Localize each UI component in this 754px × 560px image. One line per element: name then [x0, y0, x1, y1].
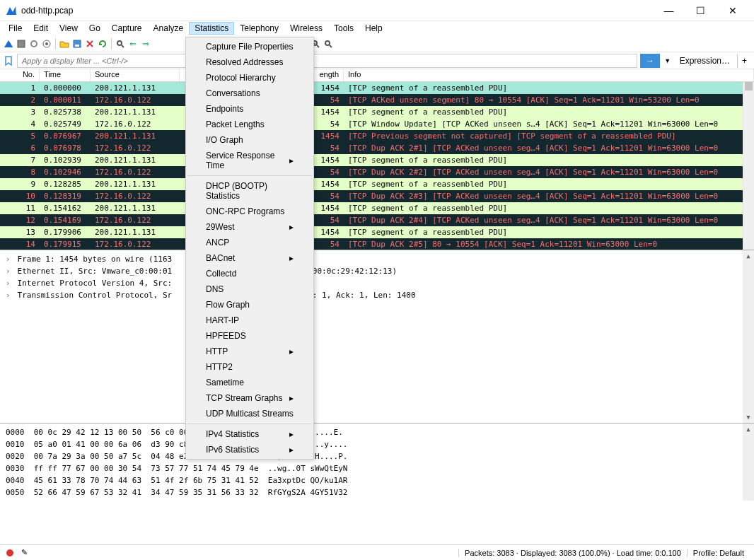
- menu-telephony[interactable]: Telephony: [234, 22, 284, 35]
- column-time[interactable]: Time: [40, 69, 91, 81]
- packet-row[interactable]: 10.000000200.121.1.1311454[TCP segment o…: [0, 82, 754, 94]
- close-button[interactable]: ✕: [717, 1, 748, 21]
- bytes-line[interactable]: 0050 52 66 47 59 67 53 32 41 34 47 59 35…: [6, 486, 748, 498]
- menu-item[interactable]: IPv6 Statistics▸: [186, 442, 313, 457]
- packet-row[interactable]: 40.025749172.16.0.12254[TCP Window Updat…: [0, 118, 754, 130]
- bytes-line[interactable]: 0030 ff ff 77 67 00 00 30 54 73 57 77 51…: [6, 462, 748, 474]
- packet-row[interactable]: 20.000011172.16.0.12254[TCP ACKed unseen…: [0, 94, 754, 106]
- menu-capture[interactable]: Capture: [106, 22, 148, 35]
- bytes-line[interactable]: 0040 45 61 33 78 70 74 44 63 51 4f 2f 6b…: [6, 474, 748, 486]
- menu-item[interactable]: Collectd: [186, 266, 313, 281]
- stop-icon[interactable]: [16, 38, 27, 49]
- details-scrollbar[interactable]: ▲▼: [743, 250, 754, 423]
- expand-icon[interactable]: ›: [6, 253, 13, 265]
- menu-item[interactable]: 29West▸: [186, 219, 313, 235]
- menu-item[interactable]: IPv4 Statistics▸: [186, 426, 313, 442]
- zoom-out-icon[interactable]: [323, 38, 334, 49]
- edit-icon[interactable]: ✎: [18, 547, 30, 559]
- expand-icon[interactable]: ›: [6, 265, 13, 277]
- menu-item[interactable]: Endpoints: [186, 101, 313, 117]
- packet-details-pane[interactable]: ▲▼ › Frame 1: 1454 bytes on wire (1163 (…: [0, 250, 754, 423]
- bytes-line[interactable]: 0020 00 7a 29 3a 00 50 a7 5c 04 48 e2 e2…: [6, 450, 748, 462]
- column-length[interactable]: ength: [314, 69, 344, 81]
- menu-item[interactable]: ONC-RPC Programs: [186, 204, 313, 219]
- packet-list-scrollbar[interactable]: [743, 82, 754, 250]
- menu-go[interactable]: Go: [83, 22, 106, 35]
- expert-info-icon[interactable]: [4, 547, 16, 559]
- packet-row[interactable]: 30.025738200.121.1.1311454[TCP segment o…: [0, 106, 754, 118]
- packet-row[interactable]: 80.102946172.16.0.12254[TCP Dup ACK 2#2]…: [0, 166, 754, 178]
- packet-row[interactable]: 90.128285200.121.1.1311454[TCP segment o…: [0, 178, 754, 190]
- maximize-button[interactable]: ☐: [685, 1, 717, 21]
- close-file-icon[interactable]: [84, 38, 95, 49]
- detail-line[interactable]: › Transmission Control Protocol, Sr ort:…: [6, 289, 748, 301]
- expression-button[interactable]: Expression…: [675, 54, 734, 68]
- status-profile[interactable]: Profile: Default: [687, 549, 750, 557]
- column-no[interactable]: No.: [0, 69, 40, 81]
- menu-help[interactable]: Help: [359, 22, 388, 35]
- packet-row[interactable]: 130.179906200.121.1.1311454[TCP segment …: [0, 226, 754, 238]
- menu-item[interactable]: Protocol Hierarchy: [186, 70, 313, 86]
- menu-item[interactable]: Service Response Time▸: [186, 148, 313, 173]
- packet-row[interactable]: 140.179915172.16.0.12254[TCP Dup ACK 2#5…: [0, 238, 754, 250]
- packet-row[interactable]: 110.154162200.121.1.1311454[TCP segment …: [0, 202, 754, 214]
- menu-item[interactable]: Conversations: [186, 86, 313, 101]
- restart-icon[interactable]: [28, 38, 40, 49]
- packet-row[interactable]: 70.102939200.121.1.1311454[TCP segment o…: [0, 154, 754, 166]
- menu-item[interactable]: HART-IP: [186, 313, 313, 328]
- menu-item[interactable]: Packet Lengths: [186, 117, 313, 132]
- expand-icon[interactable]: ›: [6, 289, 13, 301]
- menu-item[interactable]: Resolved Addresses: [186, 54, 313, 70]
- menu-item[interactable]: HTTP2: [186, 359, 313, 375]
- menu-edit[interactable]: Edit: [28, 22, 54, 35]
- packet-row[interactable]: 100.128319172.16.0.12254[TCP Dup ACK 2#3…: [0, 190, 754, 202]
- menu-item[interactable]: UDP Multicast Streams: [186, 406, 313, 421]
- menu-item[interactable]: Sametime: [186, 375, 313, 390]
- minimize-button[interactable]: —: [653, 1, 685, 21]
- filter-history-dropdown[interactable]: ▼: [663, 54, 673, 68]
- menu-item[interactable]: Capture File Properties: [186, 39, 313, 54]
- options-icon[interactable]: [41, 38, 52, 49]
- menu-item[interactable]: Flow Graph: [186, 297, 313, 313]
- statistics-menu[interactable]: Capture File PropertiesResolved Addresse…: [185, 37, 314, 460]
- menu-analyze[interactable]: Analyze: [148, 22, 190, 35]
- menu-item[interactable]: I/O Graph: [186, 132, 313, 148]
- detail-line[interactable]: › Ethernet II, Src: Vmware_c0:00:01 Vmwa…: [6, 265, 748, 277]
- column-info[interactable]: Info: [344, 69, 754, 81]
- menu-item[interactable]: TCP Stream Graphs▸: [186, 390, 313, 406]
- menu-view[interactable]: View: [54, 22, 83, 35]
- shark-fin-icon[interactable]: [3, 38, 14, 49]
- menu-item[interactable]: ANCP: [186, 235, 313, 250]
- apply-filter-button[interactable]: →: [640, 54, 660, 68]
- packet-list-header[interactable]: No. Time Source ength Info: [0, 69, 754, 82]
- find-icon[interactable]: [115, 38, 126, 49]
- menu-wireless[interactable]: Wireless: [284, 22, 328, 35]
- bytes-line[interactable]: 0000 00 0c 29 42 12 13 00 50 56 c0 00 01…: [6, 426, 748, 438]
- reload-icon[interactable]: [97, 38, 108, 49]
- menu-tools[interactable]: Tools: [328, 22, 359, 35]
- packet-list-pane[interactable]: No. Time Source ength Info 10.000000200.…: [0, 69, 754, 250]
- next-icon[interactable]: ⇒: [140, 38, 151, 49]
- expand-icon[interactable]: ›: [6, 277, 13, 289]
- menu-item[interactable]: HPFEEDS: [186, 328, 313, 344]
- add-filter-button[interactable]: +: [737, 54, 751, 68]
- open-icon[interactable]: [59, 38, 70, 49]
- bytes-scrollbar[interactable]: ▲: [743, 424, 754, 501]
- packet-row[interactable]: 60.076978172.16.0.12254[TCP Dup ACK 2#1]…: [0, 142, 754, 154]
- prev-icon[interactable]: ⇐: [127, 38, 139, 49]
- detail-line[interactable]: › Frame 1: 1454 bytes on wire (1163 (116…: [6, 253, 748, 265]
- menu-statistics[interactable]: Statistics: [189, 22, 234, 35]
- menu-item[interactable]: DHCP (BOOTP) Statistics: [186, 178, 313, 204]
- menu-file[interactable]: File: [3, 22, 28, 35]
- packet-bytes-pane[interactable]: ▲ 0000 00 0c 29 42 12 13 00 50 56 c0 00 …: [0, 423, 754, 501]
- detail-line[interactable]: › Internet Protocol Version 4, Src: 0.12…: [6, 277, 748, 289]
- display-filter-input[interactable]: [17, 54, 637, 68]
- bookmark-icon[interactable]: [3, 55, 14, 66]
- bytes-line[interactable]: 0010 05 a0 01 41 00 00 6a 06 d3 90 c8 79…: [6, 438, 748, 450]
- menu-item[interactable]: BACnet▸: [186, 250, 313, 266]
- packet-row[interactable]: 120.154169172.16.0.12254[TCP Dup ACK 2#4…: [0, 214, 754, 226]
- column-source[interactable]: Source: [91, 69, 180, 81]
- packet-row[interactable]: 50.076967200.121.1.1311454[TCP Previous …: [0, 130, 754, 142]
- menu-item[interactable]: HTTP▸: [186, 344, 313, 359]
- save-icon[interactable]: [71, 38, 83, 49]
